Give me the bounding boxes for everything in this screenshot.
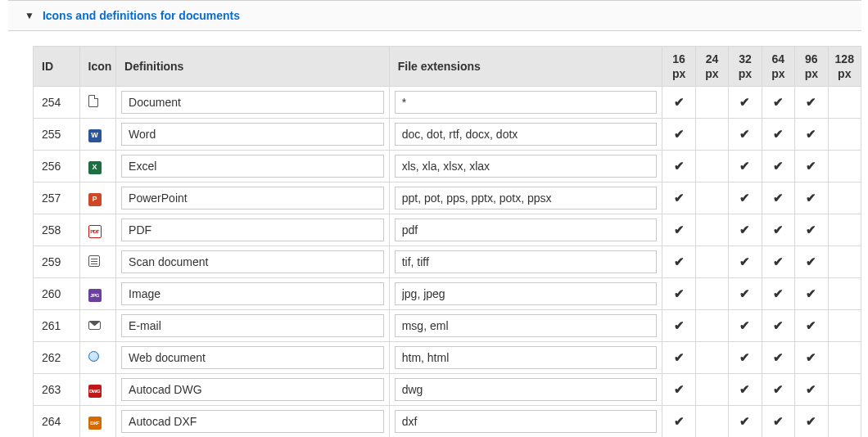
cell-size-16[interactable]: ✔ [662,374,695,406]
definition-input[interactable] [121,91,384,114]
extensions-input[interactable] [395,346,658,369]
extensions-input[interactable] [395,123,658,146]
cell-size-96[interactable]: ✔ [795,214,828,246]
cell-size-64[interactable]: ✔ [762,214,794,246]
check-icon: ✔ [674,223,685,237]
extensions-input[interactable] [395,91,658,114]
cell-size-32[interactable]: ✔ [729,151,762,182]
cell-size-16[interactable]: ✔ [662,310,695,342]
extensions-input[interactable] [395,250,658,273]
cell-size-16[interactable]: ✔ [662,246,695,278]
extensions-input[interactable] [395,155,658,178]
cell-size-24[interactable] [695,151,728,182]
cell-size-24[interactable] [695,182,728,214]
definition-input[interactable] [121,378,384,401]
cell-size-64[interactable]: ✔ [762,246,794,278]
cell-size-16[interactable]: ✔ [662,406,695,437]
cell-size-128[interactable] [828,182,861,214]
cell-size-128[interactable] [828,246,861,278]
definition-input[interactable] [121,346,384,369]
cell-size-64[interactable]: ✔ [762,119,794,151]
extensions-input[interactable] [395,314,658,337]
cell-size-24[interactable] [695,310,728,342]
col-size-128[interactable]: 128px [828,47,861,87]
col-extensions[interactable]: File extensions [389,47,662,87]
cell-size-16[interactable]: ✔ [662,214,695,246]
cell-size-64[interactable]: ✔ [762,87,794,119]
definition-input[interactable] [121,250,384,273]
cell-size-64[interactable]: ✔ [762,182,794,214]
extensions-input[interactable] [395,410,658,433]
cell-size-64[interactable]: ✔ [762,151,794,182]
cell-size-96[interactable]: ✔ [795,182,828,214]
cell-size-24[interactable] [695,374,728,406]
col-size-24[interactable]: 24px [695,47,728,87]
cell-size-32[interactable]: ✔ [729,87,762,119]
col-definitions[interactable]: Definitions [116,47,390,87]
cell-size-16[interactable]: ✔ [662,87,695,119]
cell-size-16[interactable]: ✔ [662,278,695,310]
cell-size-16[interactable]: ✔ [662,119,695,151]
definition-input[interactable] [121,282,384,305]
col-size-64[interactable]: 64px [762,47,794,87]
definition-input[interactable] [121,410,384,433]
cell-size-96[interactable]: ✔ [795,246,828,278]
cell-size-128[interactable] [828,214,861,246]
cell-size-24[interactable] [695,406,728,437]
cell-size-96[interactable]: ✔ [795,406,828,437]
cell-size-64[interactable]: ✔ [762,310,794,342]
cell-size-96[interactable]: ✔ [795,342,828,374]
col-size-32[interactable]: 32px [729,47,762,87]
cell-size-24[interactable] [695,278,728,310]
extensions-input[interactable] [395,187,658,209]
cell-size-32[interactable]: ✔ [729,246,762,278]
extensions-input[interactable] [395,378,658,401]
col-id[interactable]: ID [34,47,80,87]
cell-size-32[interactable]: ✔ [729,342,762,374]
extensions-input[interactable] [395,282,658,305]
cell-size-128[interactable] [828,310,861,342]
definition-input[interactable] [121,155,384,178]
cell-size-128[interactable] [828,278,861,310]
definition-input[interactable] [121,314,384,337]
cell-size-96[interactable]: ✔ [795,374,828,406]
cell-size-64[interactable]: ✔ [762,406,794,437]
cell-size-96[interactable]: ✔ [795,119,828,151]
cell-size-64[interactable]: ✔ [762,374,794,406]
cell-size-128[interactable] [828,119,861,151]
cell-size-128[interactable] [828,374,861,406]
cell-size-24[interactable] [695,119,728,151]
cell-size-16[interactable]: ✔ [662,182,695,214]
cell-size-16[interactable]: ✔ [662,342,695,374]
cell-size-96[interactable]: ✔ [795,151,828,182]
cell-size-128[interactable] [828,406,861,437]
definition-input[interactable] [121,123,384,146]
cell-size-32[interactable]: ✔ [729,119,762,151]
cell-size-24[interactable] [695,246,728,278]
cell-size-128[interactable] [828,151,861,182]
cell-size-32[interactable]: ✔ [729,214,762,246]
extensions-input[interactable] [395,218,658,241]
cell-size-32[interactable]: ✔ [729,278,762,310]
cell-size-24[interactable] [695,342,728,374]
cell-size-64[interactable]: ✔ [762,278,794,310]
cell-size-96[interactable]: ✔ [795,310,828,342]
cell-size-96[interactable]: ✔ [795,278,828,310]
cell-size-32[interactable]: ✔ [729,182,762,214]
cell-size-96[interactable]: ✔ [795,87,828,119]
col-size-16[interactable]: 16px [662,47,695,87]
cell-size-128[interactable] [828,87,861,119]
col-size-96[interactable]: 96px [795,47,828,87]
cell-size-128[interactable] [828,342,861,374]
cell-size-16[interactable]: ✔ [662,151,695,182]
cell-size-32[interactable]: ✔ [729,406,762,437]
cell-size-24[interactable] [695,214,728,246]
definition-input[interactable] [121,218,384,241]
cell-size-32[interactable]: ✔ [729,310,762,342]
cell-size-32[interactable]: ✔ [729,374,762,406]
cell-size-24[interactable] [695,87,728,119]
col-icon[interactable]: Icon [79,47,115,87]
panel-header[interactable]: ▼ Icons and definitions for documents [8,0,861,31]
definition-input[interactable] [121,187,384,209]
cell-size-64[interactable]: ✔ [762,342,794,374]
